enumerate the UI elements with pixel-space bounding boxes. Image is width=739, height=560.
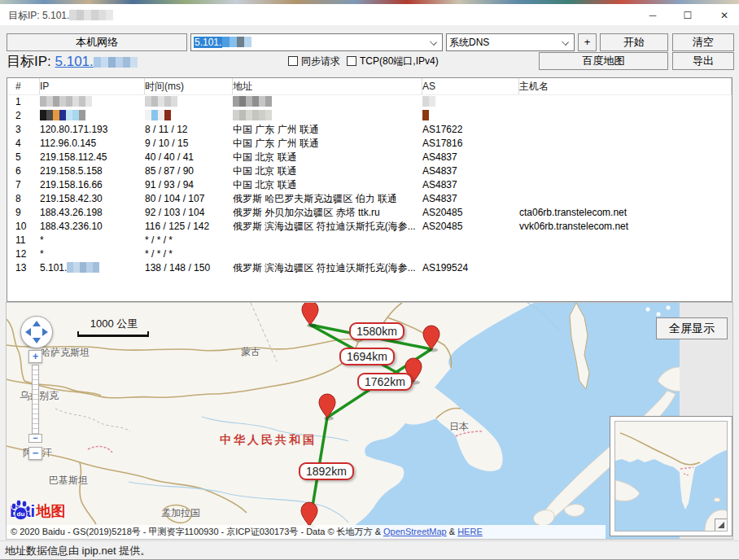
target-ip-combobox[interactable]: 5.101. [190, 33, 443, 51]
table-row[interactable]: 1 [7, 95, 732, 109]
traceroute-table[interactable]: # IP 时间(ms) 地址 AS 主机名 123120.80.171.1938… [7, 77, 732, 302]
col-time[interactable]: 时间(ms) [145, 78, 233, 94]
dns-combobox[interactable]: 系统DNS [446, 33, 575, 51]
cell-ip [40, 109, 145, 123]
collapse-inset-button[interactable] [715, 518, 727, 531]
baidu-map-button[interactable]: 百度地图 [539, 52, 668, 70]
export-button[interactable]: 导出 [672, 52, 734, 70]
pan-down-icon[interactable] [33, 338, 41, 343]
cell-hop: 3 [7, 123, 40, 137]
table-row[interactable]: 8219.158.42.3080 / 104 / 107俄罗斯 哈巴罗夫斯克边疆… [7, 192, 732, 206]
cell-addr: 俄罗斯 哈巴罗夫斯克边疆区 伯力 联通 [233, 192, 422, 206]
svg-text:du: du [17, 510, 25, 518]
cell-as [422, 234, 519, 247]
here-link[interactable]: HERE [457, 527, 483, 536]
table-row[interactable]: 4112.96.0.1459 / 10 / 15中国 广东 广州 联通AS178… [7, 137, 732, 151]
checkbox-icon[interactable] [288, 56, 298, 66]
chevron-down-icon[interactable] [562, 38, 569, 46]
pan-up-icon[interactable] [33, 321, 41, 326]
cell-hop: 9 [7, 206, 40, 220]
distance-label: 1694km [339, 348, 395, 365]
cell-addr: 俄罗斯 外贝加尔边疆区 赤塔 ttk.ru [233, 206, 422, 220]
clear-button[interactable]: 清空 [672, 33, 734, 51]
cell-hop: 8 [7, 192, 40, 206]
fullscreen-button[interactable]: 全屏显示 [656, 317, 728, 339]
col-addr[interactable]: 地址 [233, 78, 422, 94]
cell-as [422, 95, 519, 109]
col-as[interactable]: AS [422, 78, 519, 94]
col-host[interactable]: 主机名 [519, 78, 732, 94]
table-row[interactable]: 2 [7, 109, 732, 123]
zoom-out-button[interactable]: − [28, 447, 42, 460]
baidu-logo[interactable]: Bai du 地图 [10, 499, 65, 523]
table-row[interactable]: 9188.43.26.19892 / 103 / 104俄罗斯 外贝加尔边疆区 … [7, 206, 732, 220]
cell-ip: 219.158.16.66 [40, 178, 145, 192]
target-ip-value: 5.101. [194, 37, 222, 48]
overview-inset-map[interactable] [610, 416, 732, 536]
col-ip[interactable]: IP [40, 78, 145, 94]
pan-right-icon[interactable] [42, 328, 48, 336]
baidu-logo-mapword: 地图 [36, 501, 65, 521]
zoom-slider-handle[interactable]: − [28, 434, 42, 443]
cell-ip: 219.158.5.158 [40, 164, 145, 178]
maximize-button[interactable]: ☐ [676, 7, 700, 24]
distance-label: 1762km [357, 373, 413, 391]
table-row[interactable]: 6219.158.5.15885 / 87 / 90中国 北京 联通AS4837 [7, 164, 732, 178]
cell-time: 8 / 11 / 12 [145, 123, 233, 137]
zoom-in-button[interactable]: + [28, 350, 42, 363]
checkbox-icon[interactable] [347, 56, 356, 66]
start-button[interactable]: 开始 [600, 33, 668, 51]
cell-host [519, 95, 732, 109]
cell-as: AS4837 [422, 164, 519, 178]
redacted-ip [94, 57, 138, 68]
chevron-down-icon[interactable] [430, 38, 437, 46]
local-network-button[interactable]: 本机网络 [7, 33, 187, 51]
cell-hop: 6 [7, 164, 40, 178]
target-ip-link[interactable]: 5.101. [55, 54, 138, 69]
map-pin[interactable] [319, 394, 335, 421]
cell-host [519, 109, 732, 123]
cell-ip: 120.80.171.193 [40, 123, 145, 137]
inset-map-graphic [615, 422, 728, 532]
add-target-button[interactable]: + [578, 33, 597, 51]
zoom-slider-track[interactable] [32, 365, 39, 435]
cell-host [519, 234, 732, 247]
cell-host [519, 178, 732, 192]
table-row[interactable]: 135.101.138 / 148 / 150俄罗斯 滨海边疆区 符拉迪沃斯托克… [7, 261, 732, 275]
baidu-map-canvas[interactable]: 哈萨克斯坦 蒙古 乌兹别克 阿富汗 巴基斯坦 孟加拉国 日本 中华人民共和国 [7, 303, 732, 539]
close-button[interactable]: ✕ [712, 7, 737, 24]
cell-host [519, 164, 732, 178]
pan-left-icon[interactable] [25, 328, 31, 336]
cell-as: AS20485 [422, 220, 519, 234]
cell-hop: 10 [7, 220, 40, 234]
cell-ip [40, 95, 145, 109]
cell-as: AS20485 [422, 206, 519, 220]
table-row[interactable]: 7219.158.16.6691 / 93 / 94中国 北京 联通AS4837 [7, 178, 732, 192]
table-row[interactable]: 12** / * / * [7, 247, 732, 261]
osm-link[interactable]: OpenStreetMap [383, 527, 447, 536]
cell-ip: * [40, 234, 145, 247]
cell-addr [233, 95, 422, 109]
table-row[interactable]: 3120.80.171.1938 / 11 / 12中国 广东 广州 联通AS1… [7, 123, 732, 137]
map-pin[interactable] [423, 326, 439, 352]
table-row[interactable]: 10188.43.236.10116 / 125 / 142俄罗斯 滨海边疆区 … [7, 220, 732, 234]
status-text: 地址数据信息由 ipip.net 提供。 [5, 545, 151, 557]
cell-as: AS17622 [422, 123, 519, 137]
cell-as: AS4837 [422, 178, 519, 192]
table-row[interactable]: 11** / * / * [7, 234, 732, 247]
table-row[interactable]: 5219.158.112.4540 / 40 / 41中国 北京 联通AS483… [7, 151, 732, 164]
cell-hop: 7 [7, 178, 40, 192]
distance-label: 1892km [299, 462, 354, 480]
tcp-checkbox[interactable]: TCP(80端口,IPv4) [347, 52, 439, 70]
map-pin[interactable] [302, 303, 318, 328]
map-pan-control[interactable] [20, 316, 53, 348]
minimize-button[interactable]: ─ [641, 7, 665, 24]
col-hop[interactable]: # [7, 78, 40, 94]
cell-time: 116 / 125 / 142 [145, 220, 233, 234]
sync-request-checkbox[interactable]: 同步请求 [288, 52, 340, 70]
cell-as [422, 109, 519, 123]
cell-hop: 2 [7, 109, 40, 123]
status-bar: 地址数据信息由 ipip.net 提供。 [0, 540, 739, 560]
table-header: # IP 时间(ms) 地址 AS 主机名 [7, 78, 732, 95]
cell-time: * / * / * [145, 247, 233, 261]
